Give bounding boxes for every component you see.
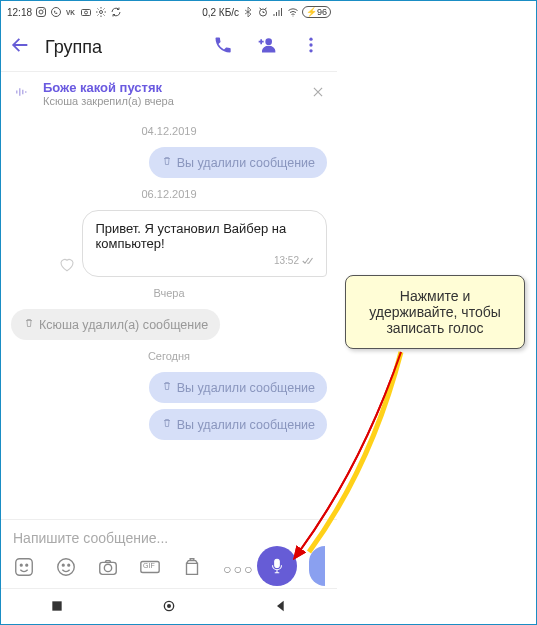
svg-point-26 (167, 604, 171, 608)
more-options-button[interactable]: ○○○ (223, 561, 254, 577)
back-button[interactable] (9, 34, 31, 60)
gallery-button[interactable] (181, 556, 203, 582)
svg-point-16 (26, 564, 28, 566)
wifi-icon (287, 6, 299, 18)
vk-icon: VK (65, 6, 77, 18)
message-composer: Напишите сообщение... GIF ○○○ (1, 519, 337, 588)
svg-point-2 (43, 9, 44, 10)
trash-icon (161, 417, 173, 432)
nav-home[interactable] (161, 598, 177, 618)
svg-rect-0 (37, 8, 46, 17)
date-separator: Вчера (11, 287, 327, 299)
voice-record-button[interactable] (257, 546, 297, 586)
message-bubble-outgoing[interactable]: Привет. Я установил Вайбер на компьютер!… (82, 210, 327, 277)
svg-point-18 (62, 564, 64, 566)
svg-point-9 (292, 16, 293, 17)
signal-icon (272, 6, 284, 18)
pinned-title: Боже какой пустяк (43, 80, 299, 95)
svg-point-1 (39, 10, 43, 14)
svg-rect-23 (275, 559, 280, 567)
pinned-message[interactable]: Боже какой пустяк Ксюша закрепил(а) вчер… (1, 71, 337, 115)
battery-indicator: ⚡96 (302, 6, 331, 18)
status-net: 0,2 КБ/с (202, 7, 239, 18)
svg-point-11 (309, 38, 312, 41)
system-nav-bar (1, 588, 337, 625)
svg-point-21 (104, 564, 111, 571)
svg-text:VK: VK (66, 9, 75, 16)
status-bar: 12:18 VK 0,2 КБ/с ⚡96 (1, 1, 337, 23)
alarm-icon (257, 6, 269, 18)
date-separator: Сегодня (11, 350, 327, 362)
unpin-button[interactable] (311, 85, 325, 103)
tooltip-hint: Нажмите и удерживайте, чтобы записать го… (345, 275, 525, 349)
pinned-subtitle: Ксюша закрепил(а) вчера (43, 95, 299, 107)
message-list[interactable]: 04.12.2019 Вы удалили сообщение 06.12.20… (1, 115, 337, 519)
deleted-message-outgoing[interactable]: Вы удалили сообщение (149, 409, 327, 440)
nav-recents[interactable] (49, 598, 65, 618)
date-separator: 06.12.2019 (11, 188, 327, 200)
svg-point-3 (52, 8, 61, 17)
call-button[interactable] (213, 35, 233, 59)
date-separator: 04.12.2019 (11, 125, 327, 137)
svg-point-10 (265, 38, 272, 45)
whatsapp-icon (50, 6, 62, 18)
status-time: 12:18 (7, 7, 32, 18)
svg-point-12 (309, 43, 312, 46)
svg-point-15 (20, 564, 22, 566)
deleted-message-outgoing[interactable]: Вы удалили сообщение (149, 147, 327, 178)
more-button[interactable] (301, 35, 321, 59)
sync-icon (110, 6, 122, 18)
svg-point-19 (68, 564, 70, 566)
svg-point-17 (58, 559, 75, 576)
svg-rect-24 (52, 601, 61, 610)
deleted-message-incoming[interactable]: Ксюша удалил(а) сообщение (11, 309, 220, 340)
add-participant-button[interactable] (257, 35, 277, 59)
svg-point-13 (309, 49, 312, 52)
trash-icon (161, 380, 173, 395)
settings-icon (95, 6, 107, 18)
message-text: Привет. Я установил Вайбер на компьютер! (95, 221, 286, 251)
camera-button[interactable] (97, 556, 119, 582)
like-icon[interactable] (58, 255, 76, 277)
chat-header: Группа (1, 23, 337, 71)
svg-point-6 (85, 11, 88, 14)
bluetooth-icon (242, 6, 254, 18)
send-button-partial[interactable] (309, 546, 325, 586)
nav-back[interactable] (273, 598, 289, 618)
instagram-icon (35, 6, 47, 18)
chat-title[interactable]: Группа (45, 37, 199, 58)
camera-icon (80, 6, 92, 18)
svg-rect-14 (16, 559, 33, 576)
svg-point-7 (100, 11, 103, 14)
audio-wave-icon (13, 83, 31, 105)
deleted-message-outgoing[interactable]: Вы удалили сообщение (149, 372, 327, 403)
svg-rect-5 (82, 10, 91, 16)
message-timestamp: 13:52 (95, 255, 314, 266)
trash-icon (161, 155, 173, 170)
sticker-button[interactable] (13, 556, 35, 582)
emoji-button[interactable] (55, 556, 77, 582)
trash-icon (23, 317, 35, 332)
gif-button[interactable]: GIF (139, 556, 161, 582)
